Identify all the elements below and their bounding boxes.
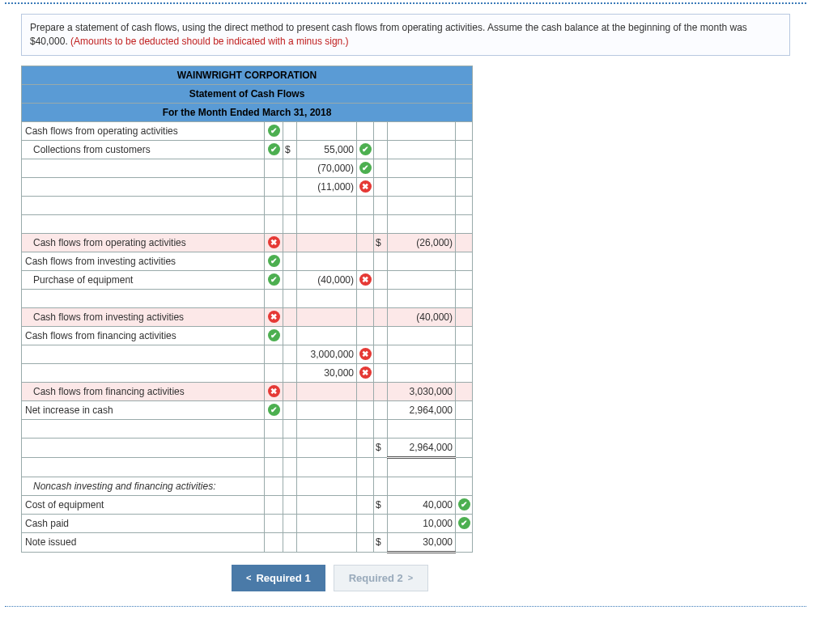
amount-total: 2,964,000 bbox=[388, 438, 456, 457]
check-icon: ✔ bbox=[458, 498, 470, 511]
button-label: Required 2 bbox=[349, 572, 403, 584]
check-icon: ✔ bbox=[268, 404, 280, 416]
cash-flow-table: WAINWRIGHT CORPORATION Statement of Cash… bbox=[21, 66, 473, 553]
x-icon: ✖ bbox=[359, 273, 372, 286]
x-icon: ✖ bbox=[268, 311, 280, 323]
amount-input[interactable]: (11,000) bbox=[297, 177, 357, 196]
chevron-left-icon: < bbox=[246, 573, 251, 583]
x-icon: ✖ bbox=[359, 348, 372, 360]
header-period: For the Month Ended March 31, 2018 bbox=[22, 103, 473, 121]
header-company: WAINWRIGHT CORPORATION bbox=[22, 66, 473, 84]
check-icon: ✔ bbox=[359, 143, 372, 155]
row-label[interactable] bbox=[22, 438, 265, 457]
instructions-warning: (Amounts to be deducted should be indica… bbox=[70, 36, 349, 47]
row-label[interactable]: Cash paid bbox=[22, 514, 265, 532]
row-label[interactable]: Collections from customers bbox=[22, 140, 265, 159]
check-icon: ✔ bbox=[268, 273, 280, 286]
required-1-button[interactable]: < Required 1 bbox=[232, 565, 325, 591]
required-2-button[interactable]: Required 2 > bbox=[334, 565, 429, 591]
amount-input[interactable]: (40,000) bbox=[297, 270, 357, 289]
row-label[interactable]: Cash flows from investing activities bbox=[22, 252, 265, 270]
header-title: Statement of Cash Flows bbox=[22, 84, 473, 103]
row-label[interactable] bbox=[22, 177, 265, 196]
amount-input[interactable]: 55,000 bbox=[297, 140, 357, 159]
row-label: Noncash investing and financing activiti… bbox=[22, 477, 265, 495]
currency: $ bbox=[283, 140, 297, 159]
row-label[interactable]: Cost of equipment bbox=[22, 495, 265, 514]
row-label[interactable]: Purchase of equipment bbox=[22, 270, 265, 289]
row-label[interactable]: Note issued bbox=[22, 532, 265, 552]
x-icon: ✖ bbox=[268, 236, 280, 248]
row-label[interactable] bbox=[22, 214, 265, 233]
amount: (26,000) bbox=[388, 233, 456, 252]
row-label[interactable] bbox=[22, 419, 265, 438]
instructions: Prepare a statement of cash flows, using… bbox=[21, 14, 790, 56]
amount: 3,030,000 bbox=[388, 382, 456, 400]
chevron-right-icon: > bbox=[408, 573, 413, 583]
amount-input[interactable]: 10,000 bbox=[388, 514, 456, 532]
row-label[interactable] bbox=[22, 159, 265, 177]
row-label[interactable]: Cash flows from investing activities bbox=[22, 307, 265, 326]
amount: 2,964,000 bbox=[388, 400, 456, 419]
row-label[interactable] bbox=[22, 363, 265, 382]
x-icon: ✖ bbox=[268, 385, 280, 397]
amount-input[interactable]: 30,000 bbox=[297, 363, 357, 382]
row-label[interactable]: Cash flows from operating activities bbox=[22, 233, 265, 252]
row-label[interactable] bbox=[22, 457, 265, 477]
amount: 30,000 bbox=[388, 532, 456, 552]
amount: (40,000) bbox=[388, 307, 456, 326]
amount-input[interactable]: (70,000) bbox=[297, 159, 357, 177]
button-label: Required 1 bbox=[256, 572, 310, 584]
currency: $ bbox=[374, 233, 388, 252]
check-icon: ✔ bbox=[268, 125, 280, 137]
currency: $ bbox=[374, 532, 388, 552]
row-label[interactable]: Cash flows from financing activities bbox=[22, 382, 265, 400]
row-label[interactable]: Cash flows from operating activities bbox=[22, 121, 265, 140]
amount-input[interactable]: 3,000,000 bbox=[297, 345, 357, 363]
check-icon: ✔ bbox=[268, 329, 280, 341]
x-icon: ✖ bbox=[359, 366, 372, 379]
currency: $ bbox=[374, 495, 388, 514]
check-icon: ✔ bbox=[359, 162, 372, 174]
amount-input[interactable]: 40,000 bbox=[388, 495, 456, 514]
row-label[interactable]: Cash flows from financing activities bbox=[22, 326, 265, 345]
row-label[interactable] bbox=[22, 289, 265, 307]
row-label[interactable]: Net increase in cash bbox=[22, 400, 265, 419]
check-icon: ✔ bbox=[268, 143, 280, 155]
check-icon: ✔ bbox=[458, 517, 470, 529]
check-icon: ✔ bbox=[268, 255, 280, 267]
currency: $ bbox=[374, 438, 388, 457]
row-label[interactable] bbox=[22, 345, 265, 363]
x-icon: ✖ bbox=[359, 180, 372, 193]
row-label[interactable] bbox=[22, 196, 265, 214]
